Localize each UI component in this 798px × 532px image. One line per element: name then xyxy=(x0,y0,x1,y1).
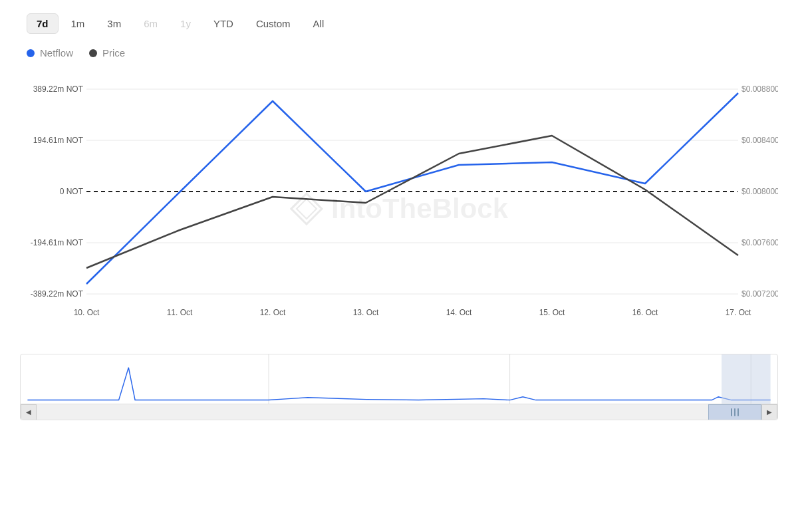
svg-text:16. Oct: 16. Oct xyxy=(632,308,658,317)
main-container: 7d 1m 3m 6m 1y YTD Custom All Netflow Pr… xyxy=(0,0,798,532)
svg-text:0 NOT: 0 NOT xyxy=(60,187,84,196)
scroll-track xyxy=(37,404,761,420)
btn-ytd[interactable]: YTD xyxy=(203,13,243,34)
price-dot xyxy=(89,49,97,57)
scroll-right-btn[interactable]: ▶ xyxy=(761,404,777,420)
legend-netflow: Netflow xyxy=(27,47,73,59)
btn-3m[interactable]: 3m xyxy=(97,13,131,34)
svg-text:10. Oct: 10. Oct xyxy=(74,308,100,317)
btn-all[interactable]: All xyxy=(303,13,334,34)
netflow-label: Netflow xyxy=(40,47,73,59)
legend-price: Price xyxy=(89,47,125,59)
svg-text:11. Oct: 11. Oct xyxy=(167,308,193,317)
btn-custom[interactable]: Custom xyxy=(246,13,301,34)
scrollbar[interactable]: ◀ ▶ xyxy=(21,404,777,420)
btn-6m: 6m xyxy=(134,13,168,34)
scroll-grip-1 xyxy=(731,408,732,416)
svg-text:$0.007600: $0.007600 xyxy=(741,238,778,247)
scroll-grip-2 xyxy=(734,408,735,416)
svg-text:$0.008400: $0.008400 xyxy=(741,136,778,145)
svg-text:15. Oct: 15. Oct xyxy=(539,308,565,317)
mini-chart: May '24 Jul '24 Sep '24 ◀ ▶ xyxy=(20,354,778,420)
svg-text:13. Oct: 13. Oct xyxy=(353,308,379,317)
chart-svg: 389.22m NOT 194.61m NOT 0 NOT -194.61m N… xyxy=(20,69,778,348)
svg-text:12. Oct: 12. Oct xyxy=(260,308,286,317)
svg-text:194.61m NOT: 194.61m NOT xyxy=(33,136,84,145)
scroll-left-btn[interactable]: ◀ xyxy=(21,404,37,420)
svg-text:$0.008800: $0.008800 xyxy=(741,84,778,94)
btn-1m[interactable]: 1m xyxy=(61,13,95,34)
btn-7d[interactable]: 7d xyxy=(27,13,59,34)
chart-legend: Netflow Price xyxy=(20,47,778,59)
svg-text:14. Oct: 14. Oct xyxy=(446,308,472,317)
svg-text:-194.61m NOT: -194.61m NOT xyxy=(31,238,84,247)
svg-text:$0.008000: $0.008000 xyxy=(741,187,778,196)
scroll-grip-3 xyxy=(737,408,739,416)
main-chart: IntoTheBlock 389.22m NOT 194.61m NOT 0 N… xyxy=(20,69,778,348)
time-range-bar: 7d 1m 3m 6m 1y YTD Custom All xyxy=(20,13,778,34)
svg-text:-389.22m NOT: -389.22m NOT xyxy=(31,289,84,299)
netflow-dot xyxy=(27,49,35,57)
svg-rect-32 xyxy=(722,354,771,410)
svg-text:$0.007200: $0.007200 xyxy=(741,289,778,299)
price-label: Price xyxy=(102,47,125,59)
svg-text:17. Oct: 17. Oct xyxy=(726,308,751,317)
svg-text:389.22m NOT: 389.22m NOT xyxy=(33,84,84,94)
btn-1y: 1y xyxy=(170,13,201,34)
scroll-thumb[interactable] xyxy=(708,404,761,420)
